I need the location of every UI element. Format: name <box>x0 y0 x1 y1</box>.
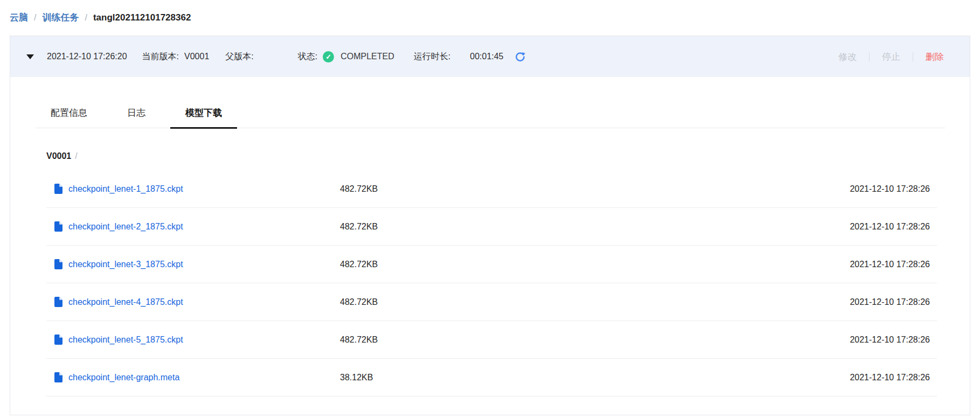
path-separator: / <box>75 151 77 161</box>
collapse-caret-icon[interactable] <box>26 54 34 59</box>
breadcrumb-current-task: tangl202112101728362 <box>93 12 191 23</box>
file-icon <box>54 297 62 307</box>
table-row: checkpoint_lenet-3_1875.ckpt 482.72KB 20… <box>46 246 937 283</box>
file-size: 38.12KB <box>340 373 555 382</box>
tab-logs[interactable]: 日志 <box>112 107 161 128</box>
detail-tabs: 配置信息 日志 模型下载 <box>36 107 945 128</box>
table-row: checkpoint_lenet-2_1875.ckpt 482.72KB 20… <box>46 208 937 246</box>
breadcrumb-separator: / <box>85 13 87 23</box>
task-version-card: 2021-12-10 17:26:20 当前版本: V0001 父版本: 状态:… <box>10 36 970 415</box>
modify-button[interactable]: 修改 <box>838 51 857 63</box>
file-modified-time: 2021-12-10 17:28:26 <box>850 184 937 194</box>
duration-label: 运行时长: <box>414 51 450 62</box>
file-size: 482.72KB <box>340 222 555 232</box>
file-name-cell: checkpoint_lenet-1_1875.ckpt <box>46 184 340 194</box>
file-modified-time: 2021-12-10 17:28:26 <box>850 222 937 232</box>
file-download-link[interactable]: checkpoint_lenet-4_1875.ckpt <box>68 297 183 307</box>
current-version-label: 当前版本: <box>142 51 179 62</box>
status-value: COMPLETED <box>340 52 394 61</box>
file-icon <box>54 184 62 194</box>
breadcrumb-separator: / <box>34 13 36 23</box>
table-row: checkpoint_lenet-4_1875.ckpt 482.72KB 20… <box>46 283 937 321</box>
version-actions: 修改 停止 删除 <box>838 51 944 63</box>
file-size: 482.72KB <box>340 184 555 194</box>
file-download-link[interactable]: checkpoint_lenet-1_1875.ckpt <box>68 184 183 194</box>
file-icon <box>54 372 62 382</box>
status-label: 状态: <box>298 51 317 62</box>
file-download-link[interactable]: checkpoint_lenet-5_1875.ckpt <box>68 335 183 345</box>
check-circle-icon: ✓ <box>323 51 334 62</box>
table-row: checkpoint_lenet-1_1875.ckpt 482.72KB 20… <box>46 170 937 208</box>
refresh-icon[interactable] <box>515 51 526 62</box>
parent-version-label: 父版本: <box>225 51 253 62</box>
file-modified-time: 2021-12-10 17:28:26 <box>850 335 937 345</box>
file-name-cell: checkpoint_lenet-3_1875.ckpt <box>46 259 340 269</box>
tab-model-download[interactable]: 模型下载 <box>170 107 237 128</box>
file-size: 482.72KB <box>340 260 555 269</box>
duration-value: 00:01:45 <box>470 52 503 61</box>
file-download-link[interactable]: checkpoint_lenet-3_1875.ckpt <box>68 260 183 269</box>
file-icon <box>54 259 62 269</box>
version-header-bar: 2021-12-10 17:26:20 当前版本: V0001 父版本: 状态:… <box>10 36 970 77</box>
table-row: checkpoint_lenet-5_1875.ckpt 482.72KB 20… <box>46 321 937 359</box>
file-modified-time: 2021-12-10 17:28:26 <box>850 297 937 307</box>
current-version-value: V0001 <box>184 52 209 61</box>
action-divider <box>869 52 870 61</box>
file-icon <box>54 221 62 232</box>
file-download-link[interactable]: checkpoint_lenet-2_1875.ckpt <box>68 222 183 232</box>
file-size: 482.72KB <box>340 297 555 307</box>
file-modified-time: 2021-12-10 17:28:26 <box>850 260 937 269</box>
file-name-cell: checkpoint_lenet-5_1875.ckpt <box>46 335 340 345</box>
breadcrumb-link-training-tasks[interactable]: 训练任务 <box>42 11 79 24</box>
file-size: 482.72KB <box>340 335 555 345</box>
path-version-link[interactable]: V0001 <box>46 151 71 161</box>
model-path: V0001/ <box>46 151 970 161</box>
file-name-cell: checkpoint_lenet-graph.meta <box>46 372 340 382</box>
file-name-cell: checkpoint_lenet-2_1875.ckpt <box>46 221 340 232</box>
breadcrumb: 云脑 / 训练任务 / tangl202112101728362 <box>10 11 191 24</box>
breadcrumb-link-cloudbrain[interactable]: 云脑 <box>10 11 28 24</box>
table-row: checkpoint_lenet-graph.meta 38.12KB 2021… <box>46 359 937 396</box>
model-file-table: checkpoint_lenet-1_1875.ckpt 482.72KB 20… <box>46 170 937 396</box>
version-timestamp: 2021-12-10 17:26:20 <box>47 52 127 61</box>
delete-button[interactable]: 删除 <box>926 51 944 63</box>
file-name-cell: checkpoint_lenet-4_1875.ckpt <box>46 297 340 307</box>
file-icon <box>54 335 62 345</box>
stop-button[interactable]: 停止 <box>882 51 900 63</box>
file-modified-time: 2021-12-10 17:28:26 <box>850 373 937 382</box>
tab-config-info[interactable]: 配置信息 <box>36 107 102 128</box>
action-divider <box>913 52 913 61</box>
file-download-link[interactable]: checkpoint_lenet-graph.meta <box>68 373 179 382</box>
